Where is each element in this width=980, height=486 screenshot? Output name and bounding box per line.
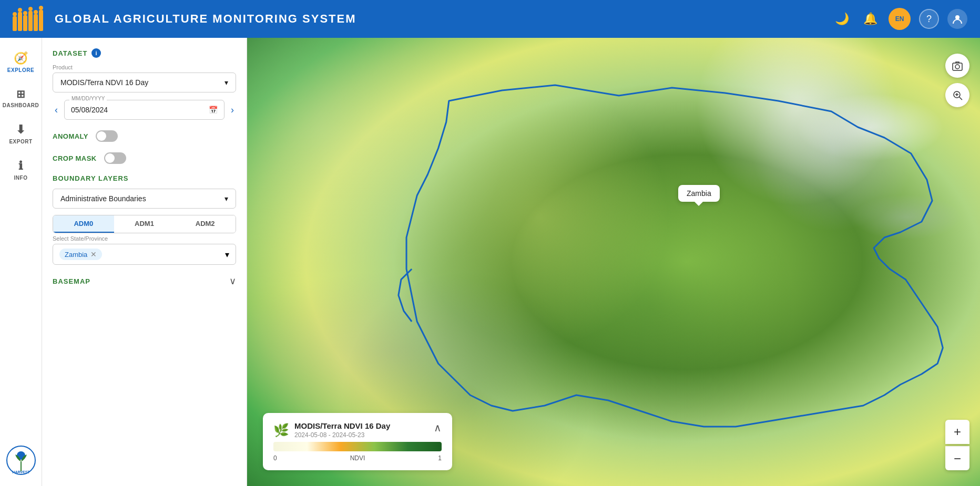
explore-icon: 🧭 <box>14 51 28 65</box>
product-label: Product <box>53 64 236 70</box>
info-icon: ℹ <box>18 159 23 173</box>
date-row: ‹ MM/DD/YYYY 05/08/2024 📅 › <box>53 100 236 120</box>
date-input-wrap: MM/DD/YYYY 05/08/2024 📅 <box>64 100 224 120</box>
location-search-button[interactable] <box>945 83 969 107</box>
basemap-chevron-icon: ∨ <box>229 275 236 287</box>
date-field-wrap: ‹ MM/DD/YYYY 05/08/2024 📅 › <box>53 100 236 120</box>
svg-point-9 <box>28 7 33 11</box>
state-select-section: Select State/Province Zambia ✕ ▾ <box>53 235 236 265</box>
date-input[interactable]: 05/08/2024 📅 <box>64 100 224 120</box>
header: GLOBAL AGRICULTURE MONITORING SYSTEM 🌙 🔔… <box>0 0 980 38</box>
screenshot-button[interactable] <box>945 54 969 78</box>
product-dropdown[interactable]: MODIS/Terra NDVI 16 Day ▾ <box>53 73 236 92</box>
calendar-icon: 📅 <box>209 106 218 114</box>
svg-rect-17 <box>953 63 962 70</box>
boundary-title: BOUNDARY LAYERS <box>53 174 236 182</box>
legend-header: 🌿 MODIS/Terra NDVI 16 Day 2024-05-08 - 2… <box>273 421 442 439</box>
svg-rect-4 <box>34 14 38 31</box>
notifications-button[interactable]: 🔔 <box>860 9 880 29</box>
adm0-tab[interactable]: ADM0 <box>53 215 114 233</box>
camera-icon <box>952 60 963 71</box>
legend-scale: 0 NDVI 1 <box>273 454 442 462</box>
boundary-dropdown-wrap: Administrative Boundaries ▾ <box>53 189 236 209</box>
svg-point-12 <box>955 15 959 19</box>
help-button[interactable]: ? <box>919 9 939 29</box>
svg-rect-2 <box>23 15 27 31</box>
svg-rect-5 <box>39 10 43 31</box>
legend-leaf-icon: 🌿 <box>273 423 289 438</box>
map-right-buttons <box>945 54 969 107</box>
svg-line-20 <box>959 97 963 100</box>
crop-mask-toggle[interactable] <box>104 152 126 164</box>
language-button[interactable]: EN <box>889 8 911 30</box>
anomaly-label: ANOMALY <box>53 132 88 140</box>
date-prev-button[interactable]: ‹ <box>53 102 60 118</box>
sidebar-item-explore[interactable]: 🧭 EXPLORE <box>3 46 39 78</box>
zoom-controls: + − <box>945 420 969 470</box>
header-actions: 🌙 🔔 EN ? <box>832 8 967 30</box>
zoom-out-button[interactable]: − <box>945 446 969 470</box>
map-area[interactable]: Zambia 🌿 <box>247 38 980 486</box>
main-layout: 🧭 EXPLORE ⊞ DASHBOARD ⬇ EXPORT ℹ INFO HA… <box>0 38 980 486</box>
svg-text:HARVEST: HARVEST <box>12 470 30 474</box>
dataset-title: DATASET i <box>53 48 236 58</box>
legend-scale-max: 1 <box>438 454 442 462</box>
app-title: GLOBAL AGRICULTURE MONITORING SYSTEM <box>55 12 832 26</box>
svg-rect-0 <box>13 16 17 31</box>
svg-rect-3 <box>28 11 33 31</box>
legend-title-row: 🌿 MODIS/Terra NDVI 16 Day 2024-05-08 - 2… <box>273 421 390 439</box>
dataset-section: DATASET i Product MODIS/Terra NDVI 16 Da… <box>53 48 236 120</box>
anomaly-toggle[interactable] <box>96 130 118 142</box>
legend-box: 🌿 MODIS/Terra NDVI 16 Day 2024-05-08 - 2… <box>263 413 452 470</box>
legend-gradient <box>273 442 442 451</box>
anomaly-toggle-row: ANOMALY <box>53 130 236 142</box>
crop-mask-toggle-row: CROP MASK <box>53 152 236 164</box>
dark-mode-button[interactable]: 🌙 <box>832 9 852 29</box>
harvest-logo: HARVEST <box>6 445 36 478</box>
date-next-button[interactable]: › <box>229 102 236 118</box>
adm-tabs: ADM0 ADM1 ADM2 <box>53 215 236 233</box>
state-chip: Zambia ✕ <box>59 249 102 260</box>
crop-mask-label: CROP MASK <box>53 154 97 162</box>
location-search-icon <box>952 89 963 101</box>
sidebar-item-info[interactable]: ℹ INFO <box>3 154 39 186</box>
boundary-section: BOUNDARY LAYERS Administrative Boundarie… <box>53 174 236 265</box>
dashboard-icon: ⊞ <box>16 88 26 100</box>
svg-point-7 <box>18 8 22 12</box>
control-panel: DATASET i Product MODIS/Terra NDVI 16 Da… <box>42 38 247 486</box>
adm1-tab[interactable]: ADM1 <box>114 215 175 233</box>
adm2-tab[interactable]: ADM2 <box>175 215 236 233</box>
basemap-header[interactable]: BASEMAP ∨ <box>53 275 236 287</box>
sidebar-item-dashboard[interactable]: ⊞ DASHBOARD <box>3 82 39 113</box>
basemap-title: BASEMAP <box>53 277 90 285</box>
basemap-section: BASEMAP ∨ <box>53 275 236 287</box>
export-icon: ⬇ <box>16 123 26 137</box>
boundary-dropdown[interactable]: Administrative Boundaries ▾ <box>53 189 236 209</box>
icon-sidebar: 🧭 EXPLORE ⊞ DASHBOARD ⬇ EXPORT ℹ INFO HA… <box>0 38 42 486</box>
state-select-arrow: ▾ <box>225 250 229 260</box>
product-field-wrap: Product MODIS/Terra NDVI 16 Day ▾ <box>53 64 236 92</box>
user-button[interactable] <box>947 9 967 29</box>
svg-point-18 <box>955 65 959 69</box>
state-select[interactable]: Zambia ✕ ▾ <box>53 244 236 265</box>
zambia-country-popup: Zambia <box>678 185 720 202</box>
sidebar-item-export[interactable]: ⬇ EXPORT <box>3 118 39 150</box>
boundary-dropdown-arrow: ▾ <box>224 194 228 203</box>
svg-point-8 <box>23 11 27 15</box>
svg-point-10 <box>34 10 38 14</box>
legend-title: MODIS/Terra NDVI 16 Day <box>294 421 390 430</box>
zoom-in-button[interactable]: + <box>945 420 969 444</box>
date-format-label: MM/DD/YYYY <box>69 96 107 101</box>
legend-scale-mid: NDVI <box>350 454 365 462</box>
legend-collapse-button[interactable]: ∧ <box>434 421 442 434</box>
product-dropdown-arrow: ▾ <box>224 78 228 87</box>
legend-scale-min: 0 <box>273 454 277 462</box>
state-label: Select State/Province <box>53 235 236 242</box>
svg-rect-1 <box>18 12 22 31</box>
legend-date: 2024-05-08 - 2024-05-23 <box>294 431 390 439</box>
svg-point-11 <box>39 6 43 10</box>
dataset-info-icon[interactable]: i <box>91 48 101 58</box>
state-chip-remove[interactable]: ✕ <box>90 250 97 258</box>
svg-point-6 <box>13 12 17 16</box>
logo <box>13 6 44 32</box>
